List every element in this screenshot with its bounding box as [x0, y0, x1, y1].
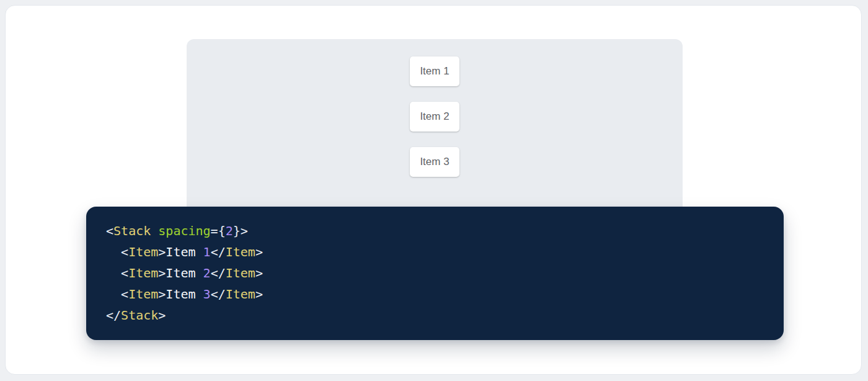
code-token-punc: > [158, 308, 166, 323]
code-line: <Stack spacing={2}> [106, 220, 764, 241]
code-token-punc: ={ [211, 223, 226, 238]
code-block: <Stack spacing={2}> <Item>Item 1</Item> … [86, 207, 784, 340]
code-token-tag: Item [226, 287, 255, 302]
code-line: <Item>Item 1</Item> [106, 241, 764, 262]
code-token-attr: spacing [158, 223, 210, 238]
code-token-text [151, 223, 158, 238]
code-token-punc: }> [233, 223, 248, 238]
code-token-tag: Item [128, 266, 158, 280]
code-token-tag: Item [226, 244, 255, 259]
code-token-tag: Item [128, 287, 158, 302]
stack-item-label: Item 2 [420, 110, 449, 122]
code-line: <Item>Item 3</Item> [106, 284, 764, 305]
code-token-num: 2 [203, 266, 211, 280]
code-token-text: Item [166, 244, 203, 259]
stack-item-label: Item 1 [420, 65, 449, 77]
code-token-punc: > [255, 266, 263, 280]
code-token-punc: < [106, 223, 113, 238]
code-token-tag: Stack [113, 223, 151, 238]
code-token-tag: Stack [121, 308, 158, 323]
code-token-punc: </ [211, 266, 226, 280]
code-token-text [106, 266, 121, 280]
code-line: <Item>Item 2</Item> [106, 262, 764, 284]
code-token-text [106, 287, 121, 302]
code-token-text [106, 244, 121, 259]
code-token-punc: > [255, 244, 263, 259]
code-token-num: 1 [203, 244, 211, 259]
code-token-text: Item [166, 266, 203, 280]
stack-preview-panel: Item 1 Item 2 Item 3 [187, 39, 683, 220]
stack-item-label: Item 3 [420, 156, 449, 168]
code-token-punc: > [255, 287, 263, 302]
code-token-punc: </ [211, 244, 226, 259]
stack-item: Item 1 [410, 56, 459, 86]
code-token-num: 2 [226, 223, 233, 238]
code-token-tag: Item [128, 244, 158, 259]
code-token-text: Item [166, 287, 203, 302]
code-token-punc: < [121, 266, 128, 280]
code-token-punc: < [121, 287, 128, 302]
code-content: <Stack spacing={2}> <Item>Item 1</Item> … [106, 220, 764, 326]
code-token-punc: > [158, 287, 166, 302]
code-token-num: 3 [203, 287, 211, 302]
code-token-punc: </ [211, 287, 226, 302]
code-token-punc: > [158, 244, 166, 259]
code-token-tag: Item [226, 266, 255, 280]
code-token-punc: > [158, 266, 166, 280]
code-token-punc: </ [106, 308, 121, 323]
code-token-punc: < [121, 244, 128, 259]
demo-card: Item 1 Item 2 Item 3 <Stack spacing={2}>… [5, 5, 862, 375]
code-line: </Stack> [106, 305, 764, 326]
stack-item: Item 2 [410, 102, 459, 132]
stack-item: Item 3 [410, 147, 459, 177]
